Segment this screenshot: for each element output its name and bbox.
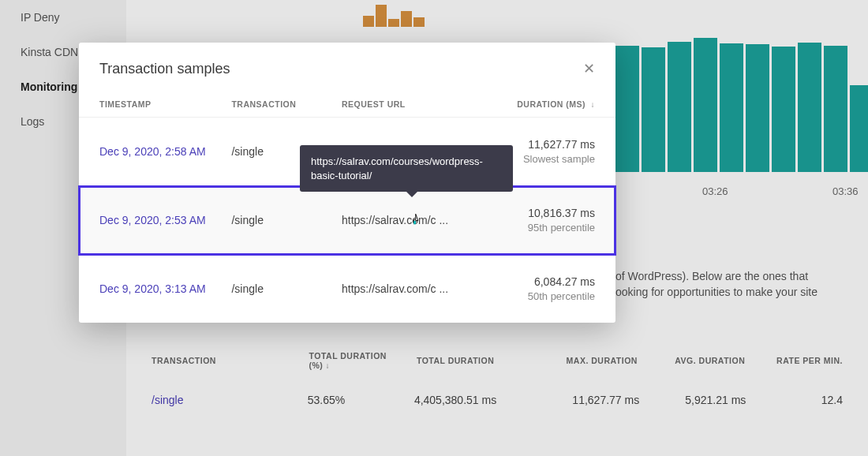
mtd-timestamp[interactable]: Dec 9, 2020, 2:58 AM: [99, 145, 231, 158]
modal-title: Transaction samples: [99, 61, 230, 77]
mtd-transaction: /single: [231, 214, 342, 226]
mth-transaction[interactable]: TRANSACTION: [231, 99, 342, 109]
mth-label: DURATION (MS): [517, 99, 586, 109]
mtd-timestamp[interactable]: Dec 9, 2020, 3:13 AM: [99, 282, 231, 295]
mth-request-url[interactable]: REQUEST URL: [342, 99, 473, 109]
transaction-samples-modal: Transaction samples ✕ TIMESTAMP TRANSACT…: [79, 43, 615, 323]
sample-row-highlighted[interactable]: https://salrav.com/courses/wordpress-bas…: [79, 186, 615, 255]
sort-down-icon: ↓: [591, 100, 596, 109]
url-tooltip: https://salrav.com/courses/wordpress-bas…: [300, 145, 513, 192]
close-icon: ✕: [583, 61, 595, 77]
modal-header: Transaction samples ✕: [79, 43, 615, 93]
mtd-request-url: https://salrav.com/c ...: [342, 282, 473, 295]
mtd-timestamp[interactable]: Dec 9, 2020, 2:53 AM: [99, 214, 231, 226]
duration-subtext: 50th percentile: [473, 290, 595, 302]
sample-row[interactable]: Dec 9, 2020, 3:13 AM /single https://sal…: [79, 255, 615, 323]
close-button[interactable]: ✕: [583, 60, 595, 77]
mtd-transaction: /single: [231, 282, 342, 295]
duration-value: 10,816.37 ms: [473, 207, 595, 219]
duration-subtext: 95th percentile: [473, 222, 595, 234]
mtd-request-url: https://salrav.com/c ...: [342, 214, 473, 226]
mth-timestamp[interactable]: TIMESTAMP: [99, 99, 231, 109]
mth-duration[interactable]: DURATION (MS) ↓: [473, 99, 595, 109]
mtd-duration: 10,816.37 ms 95th percentile: [473, 207, 595, 234]
mtd-duration: 6,084.27 ms 50th percentile: [473, 275, 595, 302]
duration-value: 6,084.27 ms: [473, 275, 595, 288]
modal-header-row: TIMESTAMP TRANSACTION REQUEST URL DURATI…: [79, 93, 615, 118]
